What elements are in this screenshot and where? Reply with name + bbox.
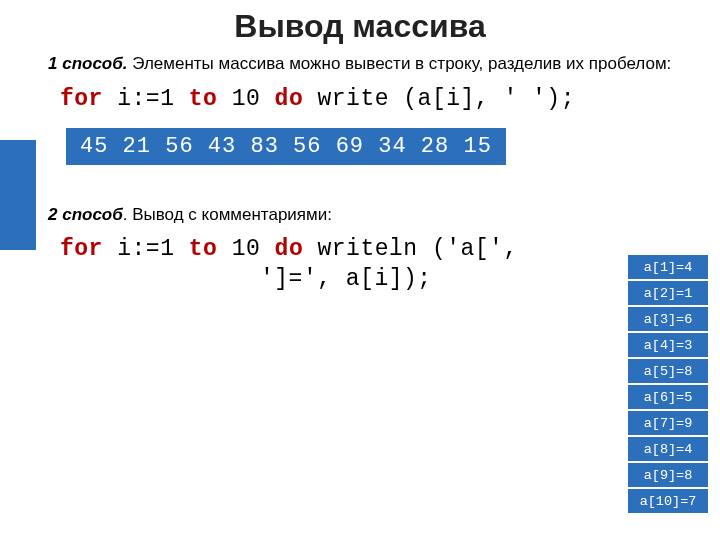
keyword-to: to: [189, 86, 218, 112]
output-cell: a[8]=4: [628, 437, 708, 461]
method1-label: 1 способ.: [48, 54, 128, 73]
method2-description: 2 способ. Вывод с комментариями:: [48, 205, 696, 225]
keyword-for: for: [60, 86, 103, 112]
output-cell: a[10]=7: [628, 489, 708, 513]
code-line-2b: ']=', a[i]);: [60, 265, 696, 295]
decorative-side-tab: [0, 140, 36, 250]
output-cell: a[3]=6: [628, 307, 708, 331]
output-cell: a[1]=4: [628, 255, 708, 279]
code-seg: 10: [217, 86, 274, 112]
method2-text: . Вывод с комментариями:: [123, 205, 332, 224]
output-cell: a[6]=5: [628, 385, 708, 409]
page-title: Вывод массива: [0, 8, 720, 45]
code-seg: writeln ('a[',: [303, 236, 518, 262]
code-seg: 10: [217, 236, 274, 262]
code-seg: write (a[i], ' ');: [303, 86, 575, 112]
code-line-2a: for i:=1 to 10 do writeln ('a[',: [60, 235, 696, 265]
method1-description: 1 способ. Элементы массива можно вывести…: [48, 53, 696, 76]
output-cell: a[7]=9: [628, 411, 708, 435]
keyword-do: do: [275, 86, 304, 112]
output-cell: a[9]=8: [628, 463, 708, 487]
code-seg: i:=1: [103, 86, 189, 112]
output-cell: a[4]=3: [628, 333, 708, 357]
code-line-1: for i:=1 to 10 do write (a[i], ' ');: [60, 86, 696, 112]
code-block-2: for i:=1 to 10 do writeln ('a[', ']=', a…: [60, 235, 696, 295]
output-cell: a[5]=8: [628, 359, 708, 383]
indexed-output-column: a[1]=4 a[2]=1 a[3]=6 a[4]=3 a[5]=8 a[6]=…: [628, 255, 708, 515]
output-row-values: 45 21 56 43 83 56 69 34 28 15: [66, 128, 506, 165]
keyword-do: do: [275, 236, 304, 262]
method1-text: Элементы массива можно вывести в строку,…: [128, 54, 672, 73]
code-seg: i:=1: [103, 236, 189, 262]
method2-label: 2 способ: [48, 205, 123, 224]
content-area: 1 способ. Элементы массива можно вывести…: [0, 45, 720, 295]
keyword-for: for: [60, 236, 103, 262]
output-cell: a[2]=1: [628, 281, 708, 305]
keyword-to: to: [189, 236, 218, 262]
